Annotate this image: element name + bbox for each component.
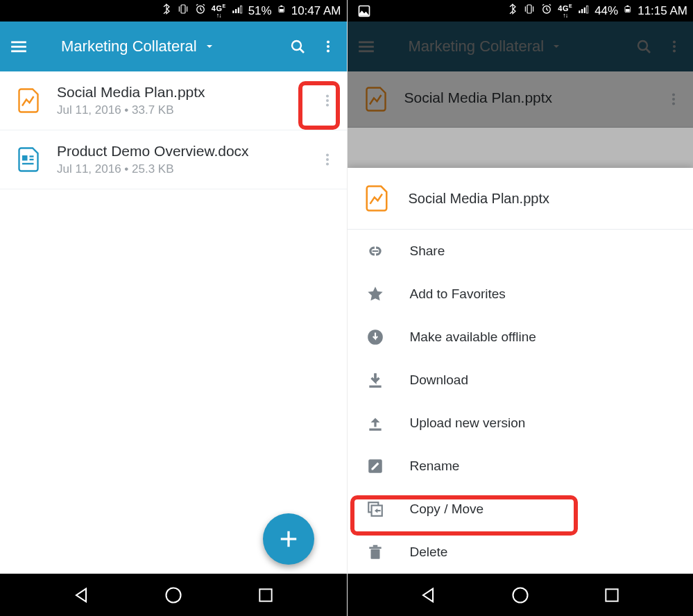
sheet-item-rename[interactable]: Rename xyxy=(348,445,694,488)
clock-time: 11:15 AM xyxy=(638,4,687,18)
sheet-item-label: Delete xyxy=(410,545,448,560)
sheet-item-upload[interactable]: Upload new version xyxy=(348,402,694,445)
pptx-file-icon xyxy=(15,85,42,116)
file-name-label: Product Demo Overview.docx xyxy=(57,143,302,160)
battery-percent: 51% xyxy=(248,4,272,18)
status-bar: 4GE↑↓ 44% 11:15 AM xyxy=(348,0,694,22)
pptx-file-icon xyxy=(363,183,391,214)
download-icon xyxy=(366,370,385,390)
svg-point-41 xyxy=(513,588,527,602)
image-notification-icon xyxy=(353,4,371,18)
nav-back-button[interactable] xyxy=(70,584,92,606)
nav-home-button[interactable] xyxy=(509,584,531,606)
folder-title-dropdown[interactable]: Marketing Collateral xyxy=(40,37,276,55)
svg-rect-42 xyxy=(606,589,618,601)
sheet-item-label: Share xyxy=(410,243,445,259)
battery-percent: 44% xyxy=(594,4,618,18)
chevron-down-icon xyxy=(204,41,215,52)
svg-rect-40 xyxy=(259,589,271,601)
bottom-action-sheet: Social Media Plan.pptx Share Add to Favo… xyxy=(348,168,694,574)
nav-recent-button[interactable] xyxy=(255,584,277,606)
file-row-menu-button[interactable] xyxy=(318,93,337,108)
android-nav-bar xyxy=(0,574,347,616)
link-icon xyxy=(366,241,385,261)
battery-icon xyxy=(623,2,633,19)
nav-recent-button[interactable] xyxy=(601,584,623,606)
svg-point-39 xyxy=(166,588,180,602)
alarm-icon xyxy=(540,3,553,19)
offline-icon xyxy=(366,327,385,347)
sheet-item-copy-move[interactable]: Copy / Move xyxy=(348,488,694,531)
docx-file-icon xyxy=(15,144,42,175)
file-list: Social Media Plan.pptx Jul 11, 2016 • 33… xyxy=(0,71,347,574)
delete-icon xyxy=(366,542,385,562)
screen-action-sheet: 4GE↑↓ 44% 11:15 AM Marketing Collateral … xyxy=(347,0,694,616)
star-icon xyxy=(366,284,385,304)
sheet-item-label: Upload new version xyxy=(410,416,526,431)
status-bar: 4GE↑↓ 51% 10:47 AM xyxy=(0,0,347,22)
android-nav-bar xyxy=(348,574,694,616)
vibrate-icon xyxy=(523,3,536,19)
copy-move-icon xyxy=(366,499,385,519)
nav-back-button[interactable] xyxy=(417,584,439,606)
sheet-item-label: Rename xyxy=(410,459,460,474)
fab-add-button[interactable] xyxy=(263,513,314,565)
signal-icon xyxy=(231,3,243,19)
file-row[interactable]: Social Media Plan.pptx Jul 11, 2016 • 33… xyxy=(0,71,347,130)
sheet-item-label: Copy / Move xyxy=(410,502,484,517)
clock-time: 10:47 AM xyxy=(291,4,341,18)
sheet-item-label: Download xyxy=(410,373,469,388)
screen-file-list: 4GE↑↓ 51% 10:47 AM Marketing Collateral … xyxy=(0,0,347,616)
sheet-item-share[interactable]: Share xyxy=(348,230,694,273)
file-row-menu-button[interactable] xyxy=(318,152,337,167)
battery-icon xyxy=(277,2,286,19)
folder-title-label: Marketing Collateral xyxy=(61,37,197,55)
sheet-file-title: Social Media Plan.pptx xyxy=(409,191,549,207)
file-row[interactable]: Product Demo Overview.docx Jul 11, 2016 … xyxy=(0,130,347,189)
search-button[interactable] xyxy=(289,37,307,55)
sheet-item-offline[interactable]: Make available offline xyxy=(348,316,694,359)
signal-icon xyxy=(577,3,590,19)
hamburger-icon[interactable] xyxy=(10,37,28,55)
alarm-icon xyxy=(194,3,207,19)
nav-home-button[interactable] xyxy=(162,584,185,606)
app-bar: Marketing Collateral xyxy=(0,22,347,71)
bluetooth-icon xyxy=(161,3,172,19)
sheet-item-label: Add to Favorites xyxy=(410,286,506,302)
rename-icon xyxy=(366,456,385,476)
network-lte-icon: 4GE↑↓ xyxy=(212,3,226,19)
sheet-item-label: Make available offline xyxy=(410,330,536,345)
overflow-menu-button[interactable] xyxy=(319,37,337,55)
file-meta-label: Jul 11, 2016 • 25.3 KB xyxy=(57,162,302,176)
vibrate-icon xyxy=(177,3,189,19)
upload-icon xyxy=(366,413,385,433)
file-name-label: Social Media Plan.pptx xyxy=(57,84,302,101)
sheet-item-favorite[interactable]: Add to Favorites xyxy=(348,273,694,316)
svg-rect-38 xyxy=(281,538,297,540)
sheet-header: Social Media Plan.pptx xyxy=(348,168,694,230)
file-meta-label: Jul 11, 2016 • 33.7 KB xyxy=(57,103,302,117)
sheet-item-download[interactable]: Download xyxy=(348,359,694,402)
sheet-item-delete[interactable]: Delete xyxy=(348,531,694,574)
network-lte-icon: 4GE↑↓ xyxy=(558,3,572,19)
bluetooth-icon xyxy=(507,3,518,19)
